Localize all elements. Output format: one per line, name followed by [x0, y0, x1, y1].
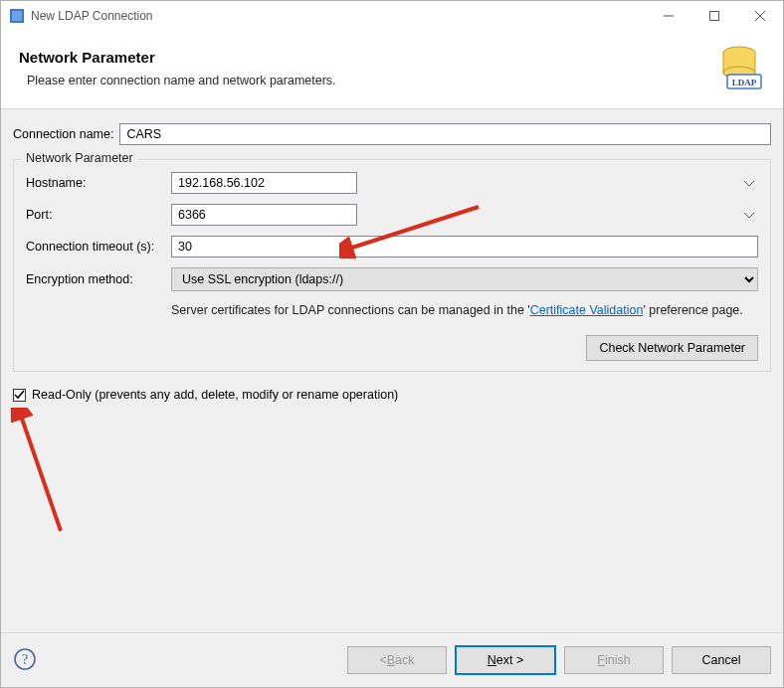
port-label: Port:	[26, 208, 159, 222]
ldap-icon: LDAP	[709, 45, 765, 90]
window-title: New LDAP Connection	[31, 9, 646, 23]
svg-text:?: ?	[22, 652, 28, 667]
readonly-checkbox[interactable]	[13, 389, 26, 402]
port-combo[interactable]	[171, 204, 758, 226]
cert-hint-text: ' preference page.	[643, 303, 742, 317]
svg-text:LDAP: LDAP	[732, 78, 757, 87]
svg-line-11	[21, 416, 61, 531]
window-controls	[646, 1, 783, 31]
encryption-method-select[interactable]: Use SSL encryption (ldaps://)	[171, 267, 758, 291]
app-icon	[9, 8, 25, 24]
readonly-label: Read-Only (prevents any add, delete, mod…	[32, 388, 398, 402]
wizard-button-bar: ? < Back Next > Finish Cancel	[1, 632, 783, 687]
port-input[interactable]	[171, 204, 357, 226]
readonly-row[interactable]: Read-Only (prevents any add, delete, mod…	[13, 388, 771, 402]
title-bar: New LDAP Connection	[1, 1, 783, 31]
fieldset-legend: Network Parameter	[22, 151, 137, 165]
chevron-down-icon	[744, 176, 754, 190]
connection-name-input[interactable]	[119, 123, 771, 145]
hostname-combo[interactable]	[171, 172, 758, 194]
wizard-header: Network Parameter Please enter connectio…	[1, 31, 783, 109]
finish-button: Finish	[564, 646, 664, 674]
dialog-window: New LDAP Connection Network Parameter Pl…	[0, 0, 784, 688]
annotation-arrow	[7, 408, 87, 537]
chevron-down-icon	[744, 208, 754, 222]
hostname-label: Hostname:	[26, 176, 159, 190]
next-button[interactable]: Next >	[455, 645, 556, 675]
svg-rect-3	[710, 12, 719, 21]
wizard-body: Connection name: Network Parameter Hostn…	[1, 109, 783, 632]
cert-hint-text: Server certificates for LDAP connections…	[171, 303, 530, 317]
encryption-label: Encryption method:	[26, 272, 159, 286]
check-network-parameter-button[interactable]: Check Network Parameter	[586, 335, 758, 361]
help-icon[interactable]: ?	[13, 647, 37, 674]
page-title: Network Parameter	[19, 49, 709, 66]
svg-rect-1	[12, 11, 22, 21]
maximize-button[interactable]	[691, 1, 737, 31]
minimize-button[interactable]	[646, 1, 691, 31]
back-button: < Back	[347, 646, 447, 674]
certificate-validation-link[interactable]: Certificate Validation	[530, 303, 644, 317]
cancel-button[interactable]: Cancel	[672, 646, 771, 674]
page-subtitle: Please enter connection name and network…	[27, 74, 709, 87]
certificate-hint: Server certificates for LDAP connections…	[171, 301, 758, 319]
timeout-input[interactable]	[171, 236, 758, 258]
hostname-input[interactable]	[171, 172, 357, 194]
checkmark-icon	[13, 389, 26, 402]
timeout-label: Connection timeout (s):	[26, 240, 159, 254]
network-parameter-group: Network Parameter Hostname: Port: Connec…	[13, 159, 771, 372]
close-button[interactable]	[737, 1, 783, 31]
connection-name-label: Connection name:	[13, 127, 113, 141]
